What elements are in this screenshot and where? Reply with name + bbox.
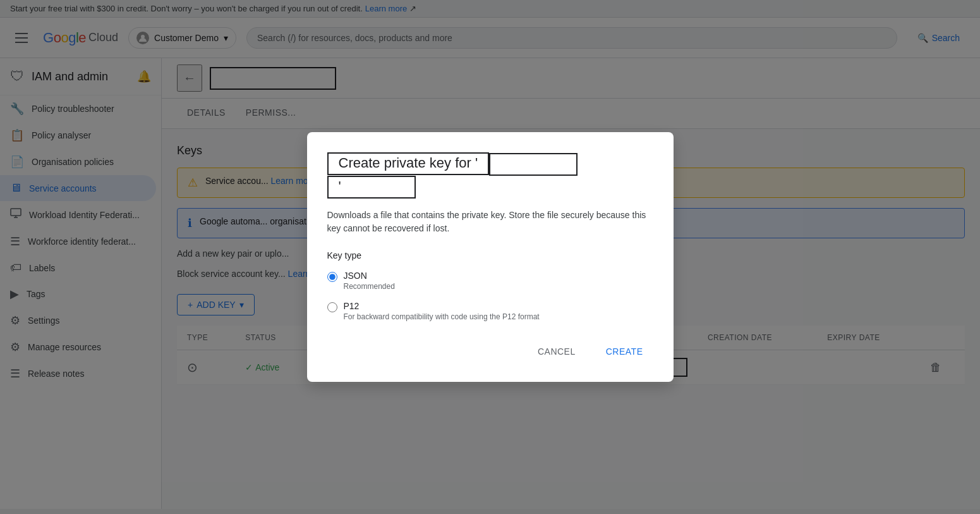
p12-option: P12 For backward compatibility with code… bbox=[327, 301, 653, 321]
json-sublabel: Recommended bbox=[344, 282, 395, 291]
modal-actions: CANCEL CREATE bbox=[327, 341, 653, 362]
create-button[interactable]: CREATE bbox=[596, 341, 653, 362]
modal-description: Downloads a file that contains the priva… bbox=[327, 209, 653, 235]
modal-title: Create private key for '' bbox=[327, 152, 653, 198]
p12-label: P12 bbox=[344, 301, 540, 311]
create-private-key-modal: Create private key for '' Downloads a fi… bbox=[307, 132, 674, 381]
p12-radio[interactable] bbox=[327, 302, 337, 312]
key-type-label: Key type bbox=[327, 250, 653, 260]
modal-service-account-name bbox=[489, 153, 578, 176]
modal-overlay: Create private key for '' Downloads a fi… bbox=[0, 0, 980, 509]
json-option-text: JSON Recommended bbox=[344, 271, 395, 291]
json-radio[interactable] bbox=[327, 272, 337, 282]
cancel-button[interactable]: CANCEL bbox=[528, 341, 586, 362]
p12-sublabel: For backward compatibility with code usi… bbox=[344, 312, 540, 321]
p12-option-text: P12 For backward compatibility with code… bbox=[344, 301, 540, 321]
json-label: JSON bbox=[344, 271, 395, 281]
json-option: JSON Recommended bbox=[327, 271, 653, 291]
